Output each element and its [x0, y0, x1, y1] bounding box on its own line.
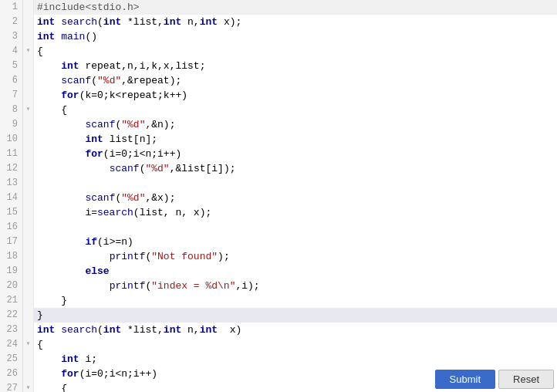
- code-content: else: [34, 264, 557, 279]
- submit-button[interactable]: Submit: [435, 370, 495, 389]
- fold-gutter[interactable]: ▾: [23, 44, 34, 59]
- code-row: 24▾{: [0, 337, 557, 352]
- code-row: 13: [0, 176, 557, 191]
- code-row: 6 scanf("%d",&repeat);: [0, 73, 557, 88]
- line-number: 4: [0, 44, 23, 59]
- fold-gutter: [23, 308, 34, 323]
- line-number: 13: [0, 176, 23, 191]
- fold-gutter: [23, 293, 34, 308]
- line-number: 14: [0, 191, 23, 205]
- code-row: 15 i=search(list, n, x);: [0, 205, 557, 220]
- code-row: 5 int repeat,n,i,k,x,list;: [0, 59, 557, 73]
- line-number: 24: [0, 337, 23, 352]
- code-content: int list[n];: [34, 132, 557, 147]
- code-content: int main(): [34, 29, 557, 44]
- fold-gutter: [23, 88, 34, 103]
- code-editor: 1#include<stdio.h>2int search(int *list,…: [0, 0, 557, 392]
- line-number: 10: [0, 132, 23, 147]
- code-row: 14 scanf("%d",&x);: [0, 191, 557, 205]
- fold-gutter: [23, 191, 34, 205]
- code-content: scanf("%d",&n);: [34, 117, 557, 132]
- fold-gutter: [23, 29, 34, 44]
- code-row: 21 }: [0, 293, 557, 308]
- fold-gutter: [23, 15, 34, 29]
- line-number: 8: [0, 103, 23, 117]
- fold-gutter: [23, 249, 34, 264]
- fold-gutter: [23, 235, 34, 249]
- line-number: 1: [0, 0, 23, 15]
- line-number: 12: [0, 161, 23, 176]
- code-row: 11 for(i=0;i<n;i++): [0, 147, 557, 161]
- code-row: 2int search(int *list,int n,int x);: [0, 15, 557, 29]
- line-number: 22: [0, 308, 23, 323]
- fold-gutter: [23, 73, 34, 88]
- fold-gutter[interactable]: ▾: [23, 103, 34, 117]
- fold-gutter: [23, 220, 34, 235]
- code-row: 10 int list[n];: [0, 132, 557, 147]
- fold-gutter: [23, 132, 34, 147]
- code-content: printf("index = %d\n",i);: [34, 279, 557, 293]
- code-row: 23int search(int *list,int n,int x): [0, 323, 557, 337]
- line-number: 19: [0, 264, 23, 279]
- code-content: #include<stdio.h>: [34, 0, 557, 15]
- line-number: 21: [0, 293, 23, 308]
- code-row: 17 if(i>=n): [0, 235, 557, 249]
- line-number: 27: [0, 381, 23, 392]
- line-number: 18: [0, 249, 23, 264]
- code-row: 1#include<stdio.h>: [0, 0, 557, 15]
- code-content: int i;: [34, 352, 557, 367]
- code-content: for(k=0;k<repeat;k++): [34, 88, 557, 103]
- code-content: int search(int *list,int n,int x);: [34, 15, 557, 29]
- code-row: 12 scanf("%d",&list[i]);: [0, 161, 557, 176]
- reset-button[interactable]: Reset: [498, 370, 554, 389]
- fold-gutter[interactable]: ▾: [23, 337, 34, 352]
- code-row: 7 for(k=0;k<repeat;k++): [0, 88, 557, 103]
- fold-gutter: [23, 0, 34, 15]
- code-content: scanf("%d",&repeat);: [34, 73, 557, 88]
- code-content: }: [34, 308, 557, 323]
- code-lines-container: 1#include<stdio.h>2int search(int *list,…: [0, 0, 557, 392]
- fold-gutter: [23, 279, 34, 293]
- code-row: 9 scanf("%d",&n);: [0, 117, 557, 132]
- fold-gutter: [23, 367, 34, 381]
- code-content: {: [34, 103, 557, 117]
- code-content: printf("Not found");: [34, 249, 557, 264]
- line-number: 16: [0, 220, 23, 235]
- code-content: for(i=0;i<n;i++): [34, 147, 557, 161]
- code-row: 25 int i;: [0, 352, 557, 367]
- code-content: [34, 220, 557, 235]
- code-content: {: [34, 337, 557, 352]
- code-row: 8▾ {: [0, 103, 557, 117]
- line-number: 2: [0, 15, 23, 29]
- code-content: if(i>=n): [34, 235, 557, 249]
- fold-gutter: [23, 59, 34, 73]
- line-number: 6: [0, 73, 23, 88]
- fold-gutter: [23, 161, 34, 176]
- bottom-bar: Submit Reset: [432, 367, 557, 392]
- line-number: 5: [0, 59, 23, 73]
- line-number: 3: [0, 29, 23, 44]
- fold-gutter[interactable]: ▾: [23, 381, 34, 392]
- code-content: scanf("%d",&x);: [34, 191, 557, 205]
- fold-gutter: [23, 264, 34, 279]
- line-number: 7: [0, 88, 23, 103]
- code-content: [34, 176, 557, 191]
- code-content: int search(int *list,int n,int x): [34, 323, 557, 337]
- code-row: 20 printf("index = %d\n",i);: [0, 279, 557, 293]
- code-content: scanf("%d",&list[i]);: [34, 161, 557, 176]
- line-number: 26: [0, 367, 23, 381]
- line-number: 23: [0, 323, 23, 337]
- code-content: int repeat,n,i,k,x,list;: [34, 59, 557, 73]
- code-row: 16: [0, 220, 557, 235]
- fold-gutter: [23, 117, 34, 132]
- fold-gutter: [23, 147, 34, 161]
- fold-gutter: [23, 352, 34, 367]
- code-row: 4▾{: [0, 44, 557, 59]
- line-number: 15: [0, 205, 23, 220]
- code-row: 22}: [0, 308, 557, 323]
- line-number: 25: [0, 352, 23, 367]
- code-row: 19 else: [0, 264, 557, 279]
- code-content: {: [34, 44, 557, 59]
- code-content: }: [34, 293, 557, 308]
- code-row: 18 printf("Not found");: [0, 249, 557, 264]
